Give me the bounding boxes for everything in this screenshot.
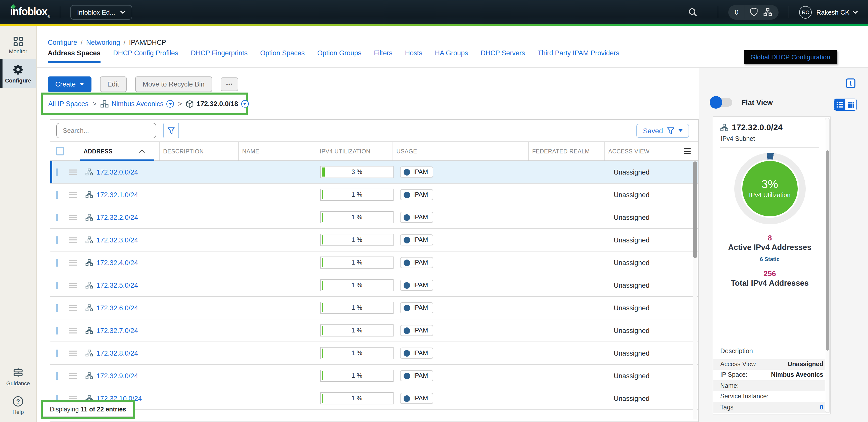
table-row[interactable]: 172.32.4.0/24 1 % IPAM Unassigned — [50, 252, 698, 274]
table-row[interactable]: 172.32.1.0/24 1 % IPAM Unassigned — [50, 184, 698, 206]
column-settings-button[interactable] — [677, 142, 698, 161]
tab-ha-groups[interactable]: HA Groups — [435, 49, 468, 61]
table-row[interactable]: 172.32.0.0/24 3 % IPAM Unassigned — [50, 161, 698, 184]
all-ip-spaces-link[interactable]: All IP Spaces — [48, 100, 89, 108]
subnet-address-link[interactable]: 172.32.8.0/24 — [96, 349, 138, 357]
subnet-address-link[interactable]: 172.32.6.0/24 — [96, 304, 138, 312]
tab-dhcp-config-profiles[interactable]: DHCP Config Profiles — [113, 49, 178, 61]
user-name[interactable]: Rakesh CK — [816, 8, 850, 16]
column-header-name[interactable]: NAME — [238, 142, 316, 161]
global-dhcp-configuration-button[interactable]: Global DHCP Configuration — [744, 50, 837, 64]
column-header-ipv4-utilization[interactable]: IPV4 UTILIZATION — [316, 142, 392, 161]
tab-option-groups[interactable]: Option Groups — [317, 49, 361, 61]
subnet-address-link[interactable]: 172.32.5.0/24 — [96, 281, 138, 289]
grid-view-button[interactable] — [845, 99, 857, 110]
filter-button[interactable] — [163, 123, 179, 138]
tab-hosts[interactable]: Hosts — [405, 49, 423, 61]
access-view-cell: Unassigned — [614, 327, 698, 334]
table-scrollbar[interactable] — [693, 162, 697, 420]
search-input[interactable] — [56, 123, 156, 138]
row-checkbox[interactable] — [56, 327, 58, 334]
subnet-dropdown-icon[interactable] — [241, 100, 249, 108]
flat-view-toggle[interactable] — [710, 98, 732, 107]
table-row[interactable]: 172.32.2.0/24 1 % IPAM Unassigned — [50, 206, 698, 229]
row-checkbox[interactable] — [56, 372, 58, 379]
breadcrumb-configure[interactable]: Configure — [48, 39, 77, 46]
tab-dhcp-servers[interactable]: DHCP Servers — [481, 49, 525, 61]
drag-handle-icon[interactable] — [65, 304, 81, 312]
saved-filters-button[interactable]: Saved — [637, 123, 689, 138]
info-icon[interactable]: i — [846, 79, 856, 88]
column-header-federated-realm[interactable]: FEDERATED REALM — [528, 142, 604, 161]
table-row[interactable]: 172.32.6.0/24 1 % IPAM Unassigned — [50, 297, 698, 319]
subnet-address-link[interactable]: 172.32.2.0/24 — [96, 214, 138, 221]
drag-handle-icon[interactable] — [65, 191, 81, 199]
drag-handle-icon[interactable] — [65, 213, 81, 221]
column-header-address[interactable]: ADDRESS — [80, 142, 159, 161]
row-checkbox[interactable] — [56, 281, 58, 289]
sidebar-item-monitor[interactable]: Monitor — [0, 32, 36, 59]
table-row[interactable]: 172.32.8.0/24 1 % IPAM Unassigned — [50, 342, 698, 365]
column-header-description[interactable]: DESCRIPTION — [159, 142, 238, 161]
row-checkbox[interactable] — [56, 191, 58, 198]
subnet-address-link[interactable]: 172.32.0.0/24 — [96, 168, 138, 176]
row-checkbox[interactable] — [56, 304, 58, 312]
table-row[interactable]: 172.32.9.0/24 1 % IPAM Unassigned — [50, 365, 698, 387]
table-row[interactable]: 172.32.7.0/24 1 % IPAM Unassigned — [50, 319, 698, 342]
view-mode-switch[interactable] — [834, 99, 857, 111]
utilization-cell: 1 % — [320, 302, 398, 314]
tab-third-party-ipam-providers[interactable]: Third Party IPAM Providers — [537, 49, 619, 61]
select-all-checkbox[interactable] — [56, 147, 64, 156]
tenant-selector[interactable]: Infoblox Ed... — [71, 5, 132, 19]
tab-address-spaces[interactable]: Address Spaces — [48, 49, 100, 63]
shield-icon[interactable] — [750, 7, 758, 17]
edit-button[interactable]: Edit — [100, 77, 127, 92]
row-checkbox[interactable] — [56, 259, 58, 266]
drag-handle-icon[interactable] — [65, 281, 81, 289]
search-icon[interactable] — [688, 7, 698, 17]
subnet-address-link[interactable]: 172.32.3.0/24 — [96, 236, 138, 244]
subnet-address-link[interactable]: 172.32.9.0/24 — [96, 372, 138, 379]
column-header-access-view[interactable]: ACCESS VIEW — [604, 142, 676, 161]
column-header-usage[interactable]: USAGE — [392, 142, 528, 161]
table-row[interactable]: 172.32.10.0/24 1 % IPAM Unassigned — [50, 387, 698, 410]
tab-dhcp-fingerprints[interactable]: DHCP Fingerprints — [191, 49, 248, 61]
tab-option-spaces[interactable]: Option Spaces — [260, 49, 305, 61]
user-menu-chevron-icon[interactable] — [852, 10, 858, 14]
row-checkbox[interactable] — [56, 236, 58, 244]
ip-space-link[interactable]: Nimbus Aveonics — [112, 100, 164, 108]
table-row[interactable]: 172.32.5.0/24 1 % IPAM Unassigned — [50, 274, 698, 297]
usage-cell: IPAM — [398, 280, 536, 291]
drag-handle-icon[interactable] — [65, 168, 81, 176]
tab-filters[interactable]: Filters — [374, 49, 393, 61]
list-view-button[interactable] — [834, 99, 845, 110]
drag-handle-icon[interactable] — [65, 236, 81, 244]
table-row[interactable]: 172.32.3.0/24 1 % IPAM Unassigned — [50, 229, 698, 252]
avatar[interactable]: RC — [799, 6, 812, 18]
ip-space-breadcrumb: All IP Spaces > Nimbus Aveonics > 172.32… — [48, 100, 249, 108]
subnet-address-link[interactable]: 172.32.1.0/24 — [96, 191, 138, 198]
subnet-address-link[interactable]: 172.32.4.0/24 — [96, 259, 138, 266]
row-checkbox[interactable] — [56, 214, 58, 221]
breadcrumb-networking[interactable]: Networking — [86, 39, 120, 46]
drag-handle-icon[interactable] — [65, 349, 81, 357]
panel-scrollbar[interactable] — [825, 118, 830, 413]
sidebar-item-configure[interactable]: Configure — [0, 59, 36, 88]
tab-bar: Address SpacesDHCP Config ProfilesDHCP F… — [37, 49, 868, 68]
more-actions-button[interactable]: ••• — [221, 78, 239, 91]
drag-handle-icon[interactable] — [65, 372, 81, 380]
ip-space-dropdown-icon[interactable] — [166, 100, 174, 108]
row-checkbox[interactable] — [56, 349, 58, 357]
notification-count[interactable]: 0 — [735, 8, 738, 16]
subnet-icon — [86, 327, 93, 334]
sidebar-item-help[interactable]: ? Help — [0, 391, 36, 422]
drag-handle-icon[interactable] — [65, 327, 81, 335]
move-to-recycle-bin-button[interactable]: Move to Recycle Bin — [135, 77, 212, 92]
static-count-link[interactable]: 6 Static — [720, 256, 819, 262]
drag-handle-icon[interactable] — [65, 258, 81, 266]
create-button[interactable]: Create — [48, 77, 91, 92]
row-checkbox[interactable] — [56, 168, 58, 176]
subnet-address-link[interactable]: 172.32.7.0/24 — [96, 327, 138, 334]
network-icon[interactable] — [764, 8, 772, 16]
sidebar-item-guidance[interactable]: Guidance — [0, 362, 36, 391]
